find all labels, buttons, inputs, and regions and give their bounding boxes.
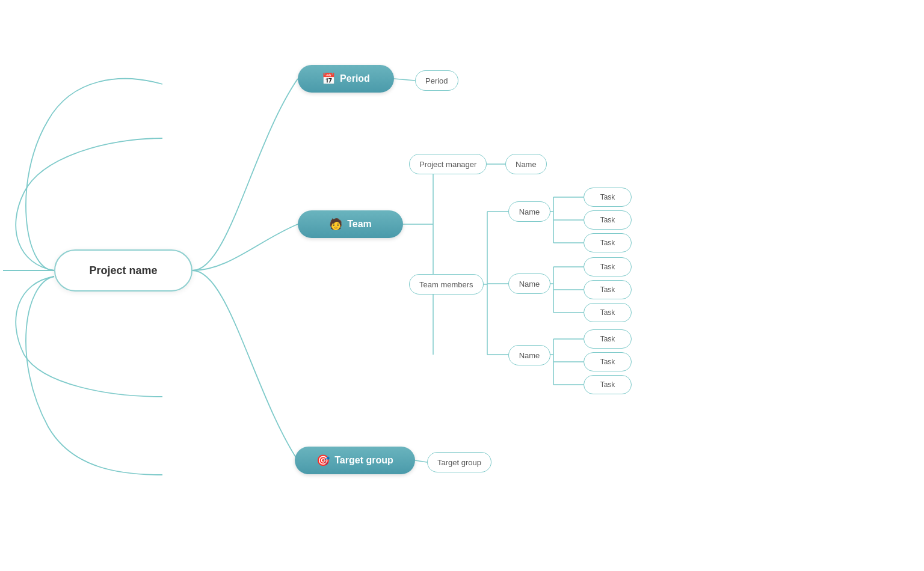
period-node[interactable]: 📅 Period xyxy=(298,65,394,93)
task-2-2-label: Task xyxy=(600,286,615,294)
period-child-node[interactable]: Period xyxy=(415,70,458,91)
svg-line-1 xyxy=(415,460,427,462)
task-2-1-node[interactable]: Task xyxy=(584,257,632,276)
task-3-3-node[interactable]: Task xyxy=(584,375,632,394)
pm-name-node[interactable]: Name xyxy=(505,154,547,174)
name3-label: Name xyxy=(519,351,540,360)
team-members-node[interactable]: Team members xyxy=(409,274,484,295)
name2-node[interactable]: Name xyxy=(508,273,550,294)
task-2-3-node[interactable]: Task xyxy=(584,303,632,322)
project-name-node[interactable]: Project name xyxy=(54,249,192,292)
project-manager-node[interactable]: Project manager xyxy=(409,154,487,174)
target-label: Target group xyxy=(334,455,393,466)
name3-node[interactable]: Name xyxy=(508,345,550,365)
svg-line-0 xyxy=(394,79,415,81)
target-icon: 🎯 xyxy=(316,454,330,467)
target-child-node[interactable]: Target group xyxy=(427,452,491,472)
task-1-2-label: Task xyxy=(600,216,615,224)
task-1-2-node[interactable]: Task xyxy=(584,210,632,230)
target-group-node[interactable]: 🎯 Target group xyxy=(295,447,415,474)
task-1-3-node[interactable]: Task xyxy=(584,233,632,252)
task-3-2-node[interactable]: Task xyxy=(584,352,632,371)
target-child-label: Target group xyxy=(437,458,481,467)
period-icon: 📅 xyxy=(322,72,335,85)
name2-label: Name xyxy=(519,279,540,289)
team-label: Team xyxy=(347,219,372,230)
team-members-label: Team members xyxy=(419,280,473,289)
period-label: Period xyxy=(340,73,370,84)
task-3-1-node[interactable]: Task xyxy=(584,329,632,349)
team-node[interactable]: 🧑 Team xyxy=(298,210,403,238)
team-icon: 🧑 xyxy=(329,218,342,231)
task-3-1-label: Task xyxy=(600,335,615,343)
task-3-2-label: Task xyxy=(600,358,615,366)
task-2-1-label: Task xyxy=(600,263,615,271)
name1-node[interactable]: Name xyxy=(508,201,550,222)
task-3-3-label: Task xyxy=(600,380,615,389)
task-1-3-label: Task xyxy=(600,239,615,247)
task-1-1-label: Task xyxy=(600,193,615,201)
project-name-label: Project name xyxy=(89,264,157,277)
period-child-label: Period xyxy=(425,76,448,85)
name1-label: Name xyxy=(519,207,540,216)
task-1-1-node[interactable]: Task xyxy=(584,188,632,207)
pm-name-label: Name xyxy=(516,160,537,169)
task-2-3-label: Task xyxy=(600,308,615,317)
project-manager-label: Project manager xyxy=(419,160,476,169)
task-2-2-node[interactable]: Task xyxy=(584,280,632,299)
